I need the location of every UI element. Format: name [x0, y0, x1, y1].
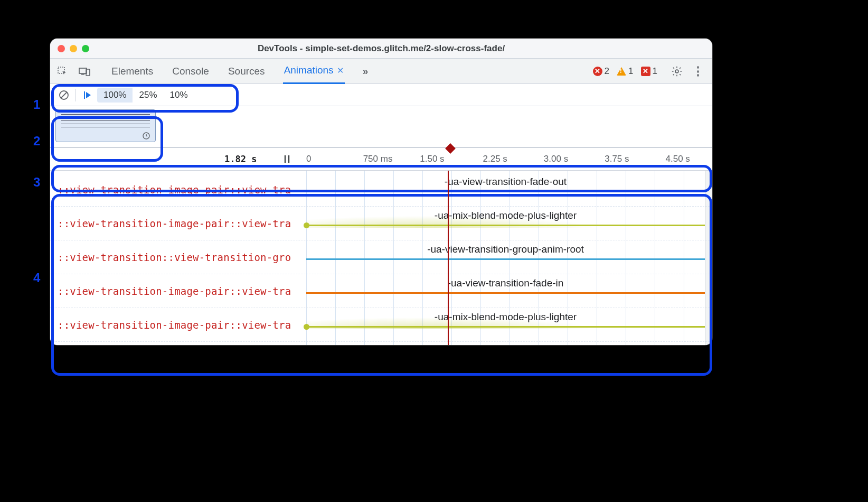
svg-rect-1	[79, 68, 87, 73]
timeline-ruler[interactable]: 1.82 s 0750 ms1.50 s2.25 s3.00 s3.75 s4.…	[50, 147, 712, 171]
animation-selector-label: ::view-transition-image-pair::view-tra	[50, 319, 306, 331]
tick-label: 0	[306, 154, 311, 164]
animation-row[interactable]: ::view-transition::view-transition-gro-u…	[50, 240, 712, 274]
svg-line-5	[61, 92, 67, 98]
animation-selector-label: ::view-transition-image-pair::view-tra	[50, 218, 306, 229]
animation-name-label: -ua-view-transition-fade-in	[306, 277, 705, 289]
inspect-element-icon[interactable]	[53, 62, 71, 80]
close-window-button[interactable]	[58, 45, 65, 52]
annotation-label-2: 2	[33, 134, 40, 148]
error-icon: ✕	[593, 67, 602, 76]
animation-row[interactable]: ::view-transition-image-pair::view-tra-u…	[50, 207, 712, 240]
tick-label: 2.25 s	[483, 154, 507, 164]
warning-icon	[617, 67, 626, 76]
tab-overflow-button[interactable]: »	[362, 59, 370, 84]
current-time-label: 1.82 s	[224, 154, 257, 164]
settings-icon[interactable]	[671, 66, 683, 77]
clear-icon[interactable]	[56, 88, 71, 103]
animation-groups-strip	[50, 106, 712, 147]
animation-row[interactable]: ::view-transition-image-pair::view-tra-u…	[50, 274, 712, 308]
animation-bar[interactable]	[306, 225, 705, 226]
close-tab-icon[interactable]: ✕	[337, 66, 344, 76]
tab-label: Sources	[228, 66, 265, 77]
tick-label: 750 ms	[363, 154, 393, 164]
animation-track[interactable]: -ua-view-transition-fade-in	[306, 274, 705, 308]
speed-100-button[interactable]: 100%	[97, 88, 133, 103]
tick-label: 1.50 s	[420, 154, 444, 164]
error-count: 2	[605, 66, 609, 77]
more-menu-icon[interactable]: ⋮	[692, 64, 704, 78]
animation-name-label: -ua-view-transition-group-anim-root	[306, 244, 705, 255]
tab-elements[interactable]: Elements	[110, 59, 154, 84]
svg-point-3	[675, 70, 678, 73]
playhead-line[interactable]	[448, 171, 449, 345]
animation-bar[interactable]	[306, 292, 705, 294]
tab-console[interactable]: Console	[171, 59, 210, 84]
animation-track[interactable]: -ua-mix-blend-mode-plus-lighter	[306, 308, 705, 341]
animation-selector-label: ::view-transition::view-transition-gro	[50, 252, 306, 263]
window-title: DevTools - simple-set-demos.glitch.me/2-…	[50, 43, 712, 54]
animation-group-card[interactable]	[55, 109, 156, 142]
animation-name-label: -ua-mix-blend-mode-plus-lighter	[306, 210, 705, 221]
animation-name-label: -ua-mix-blend-mode-plus-lighter	[306, 311, 705, 323]
errors-badge[interactable]: ✕2	[593, 66, 609, 77]
animation-track[interactable]: -ua-view-transition-group-anim-root	[306, 240, 705, 274]
animation-selector-label: ::view-transition-image-pair::view-tra	[50, 184, 306, 196]
clock-icon	[143, 132, 150, 140]
annotation-label-4: 4	[33, 271, 40, 285]
minimize-window-button[interactable]	[70, 45, 77, 52]
stage: DevTools - simple-set-demos.glitch.me/2-…	[0, 0, 868, 502]
window-controls	[58, 45, 89, 52]
warnings-badge[interactable]: 1	[617, 66, 633, 77]
breakpoint-count: 1	[653, 66, 657, 77]
animation-bar[interactable]	[306, 326, 705, 328]
warning-count: 1	[628, 66, 633, 77]
divider	[76, 89, 76, 101]
pause-icon[interactable]	[282, 154, 292, 164]
breakpoint-icon: ✕	[641, 67, 650, 76]
tabs-container: Elements Console Sources Animations ✕ »	[110, 59, 369, 84]
device-toolbar-icon[interactable]	[76, 62, 93, 80]
animation-track[interactable]: -ua-mix-blend-mode-plus-lighter	[306, 207, 705, 240]
animations-toolbar: 100% 25% 10%	[50, 84, 712, 106]
breakpoints-badge[interactable]: ✕1	[641, 66, 657, 77]
speed-25-button[interactable]: 25%	[133, 88, 163, 103]
animation-rows-area: ::view-transition-image-pair::view-tra-u…	[50, 171, 712, 345]
animation-bar[interactable]	[306, 191, 705, 192]
animation-name-label: -ua-view-transition-fade-out	[306, 176, 705, 188]
window-titlebar: DevTools - simple-set-demos.glitch.me/2-…	[50, 39, 712, 59]
animation-row[interactable]: ::view-transition-image-pair::view-tra-u…	[50, 173, 712, 207]
devtools-tab-strip: Elements Console Sources Animations ✕ » …	[50, 59, 712, 84]
tab-label: Console	[172, 66, 209, 77]
tick-label: 3.75 s	[605, 154, 629, 164]
zoom-window-button[interactable]	[82, 45, 89, 52]
tick-label: 4.50 s	[666, 154, 690, 164]
devtools-window: DevTools - simple-set-demos.glitch.me/2-…	[50, 39, 712, 345]
tick-label: 3.00 s	[544, 154, 568, 164]
speed-10-button[interactable]: 10%	[164, 88, 194, 103]
playback-speed-group: 100% 25% 10%	[97, 88, 194, 103]
tab-sources[interactable]: Sources	[227, 59, 266, 84]
animation-bar[interactable]	[306, 258, 705, 260]
animation-row[interactable]: ::view-transition-image-pair::view-tra-u…	[50, 308, 712, 342]
group-preview-lines	[61, 114, 150, 127]
annotation-label-1: 1	[33, 97, 40, 112]
svg-marker-7	[86, 92, 91, 98]
status-indicators: ✕2 1 ✕1 ⋮	[593, 64, 704, 78]
annotation-label-3: 3	[33, 175, 40, 190]
tab-label: Animations	[284, 64, 334, 76]
tab-animations[interactable]: Animations ✕	[283, 59, 345, 84]
animation-track[interactable]: -ua-view-transition-fade-out	[306, 173, 705, 206]
animation-selector-label: ::view-transition-image-pair::view-tra	[50, 285, 306, 297]
tab-label: Elements	[111, 66, 153, 77]
play-pause-icon[interactable]	[80, 88, 95, 103]
ruler-ticks: 0750 ms1.50 s2.25 s3.00 s3.75 s4.50 s	[306, 148, 712, 170]
